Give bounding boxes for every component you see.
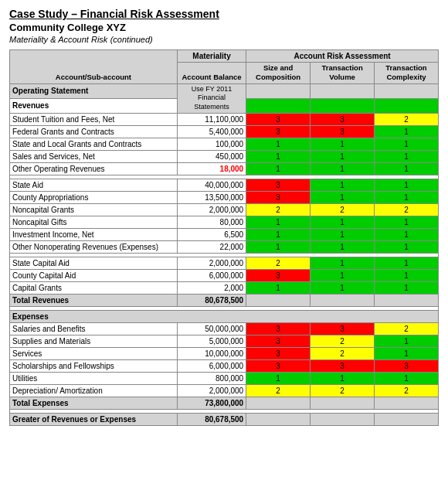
table-row: Other Nonoperating Revenues (Expenses) 2…: [10, 240, 439, 253]
use-fy-cell: Use FY 2011 Financial Statements: [177, 83, 246, 113]
table-row: State Capital Aid 2,000,000 2 1 1: [10, 257, 439, 269]
table-row: Noncapital Gifts 80,000 1 1 1: [10, 216, 439, 228]
revenues-label: Revenues: [10, 98, 178, 113]
expenses-section-label: Expenses: [10, 310, 439, 322]
title-line3: Materiality & Account Risk (continued): [9, 34, 439, 45]
title-section: Case Study – Financial Risk Assessment C…: [9, 8, 439, 45]
table-row: Sales and Services, Net 450,000 1 1 1: [10, 150, 439, 162]
total-revenues-value: 80,678,500: [177, 294, 246, 306]
table-row: State and Local Grants and Contracts 100…: [10, 138, 439, 150]
account-balance-header: Account Balance: [177, 63, 246, 84]
operating-header-row: Operating Statement Use FY 2011 Financia…: [10, 83, 439, 98]
title-line1: Case Study – Financial Risk Assessment: [9, 8, 439, 20]
table-row: Utilities 800,000 1 1 1: [10, 372, 439, 384]
table-row: Salaries and Benefits 50,000,000 3 3 2: [10, 322, 439, 335]
total-expenses-value: 73,800,000: [177, 397, 246, 409]
risk-header: Account Risk Assessment: [246, 50, 439, 63]
table-row: County Capital Aid 6,000,000 3 1 1: [10, 269, 439, 281]
total-revenues-row: Total Revenues 80,678,500: [10, 294, 439, 306]
table-row: Federal Grants and Contracts 5,400,000 3…: [10, 125, 439, 138]
operating-label: Operating Statement: [10, 83, 178, 98]
main-table: Account/Sub-account Materiality Account …: [9, 49, 439, 426]
greater-row: Greater of Revenues or Expenses 80,678,5…: [10, 413, 439, 425]
greater-value: 80,678,500: [177, 413, 246, 425]
table-row: State Aid 40,000,000 3 1 1: [10, 179, 439, 191]
table-row: Supplies and Materials 5,000,000 3 2 1: [10, 335, 439, 347]
expenses-header-row: Expenses: [10, 310, 439, 322]
table-row: Scholarships and Fellowships 6,000,000 3…: [10, 359, 439, 372]
table-row: Services 10,000,000 3 2 1: [10, 347, 439, 359]
total-expenses-row: Total Expenses 73,800,000: [10, 397, 439, 409]
materiality-header: Materiality: [177, 50, 246, 63]
table-row: Noncapital Grants 2,000,000 2 2 2: [10, 203, 439, 216]
total-expenses-label: Total Expenses: [10, 397, 178, 409]
table-row: Depreciation/ Amortization 2,000,000 2 2…: [10, 384, 439, 397]
size-composition-header: Size and Composition: [246, 63, 311, 84]
account-sub-header: Account/Sub-account: [10, 50, 178, 84]
total-revenues-label: Total Revenues: [10, 294, 178, 306]
table-row: Capital Grants 2,000 1 1 1: [10, 281, 439, 294]
table-row: Student Tuition and Fees, Net 11,100,000…: [10, 113, 439, 125]
table-row: County Appropriations 13,500,000 3 1 1: [10, 191, 439, 203]
table-row: Other Operating Revenues 18,000 1 1 1: [10, 162, 439, 175]
transaction-volume-header: Transaction Volume: [311, 63, 375, 84]
title-line2: Community College XYZ: [9, 22, 439, 33]
greater-label: Greater of Revenues or Expenses: [10, 413, 178, 425]
table-row: Investment Income, Net 6,500 1 1 1: [10, 228, 439, 240]
transaction-complexity-header: Transaction Complexity: [375, 63, 439, 84]
